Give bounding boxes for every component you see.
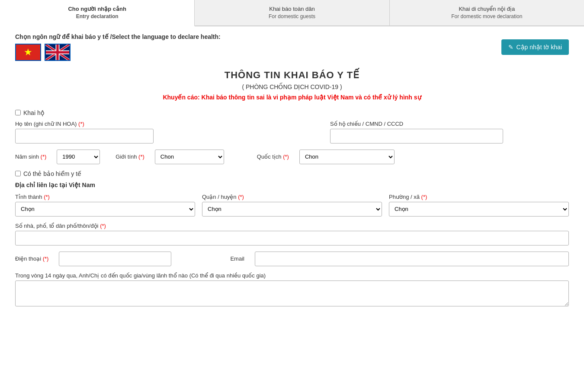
form-subtitle: ( PHÒNG CHỐNG DỊCH COVID-19 ) xyxy=(15,83,569,90)
name-id-row: Họ tên (ghi chữ IN HOA) (*) Số hộ chiếu … xyxy=(15,121,569,143)
tab-entry-label: Cho người nhập cảnh xyxy=(4,5,190,13)
update-icon: ✎ xyxy=(508,44,513,51)
form-title: THÔNG TIN KHAI BÁO Y TẾ xyxy=(15,70,569,81)
province-group: Tỉnh thành (*) Chọn xyxy=(15,194,195,217)
travel-group: Trong vòng 14 ngày qua, Anh/Chị có đến q… xyxy=(15,272,569,306)
tab-domestic-sublabel: For domestic guests xyxy=(199,13,385,20)
tab-domestic-label: Khai báo toàn dân xyxy=(199,5,385,13)
lang-label: Chọn ngôn ngữ để khai báo y tế /Select t… xyxy=(15,33,221,40)
street-input[interactable] xyxy=(15,231,569,245)
lang-row: Chọn ngôn ngữ để khai báo y tế /Select t… xyxy=(15,33,569,61)
full-name-group: Họ tên (ghi chữ IN HOA) (*) xyxy=(15,121,254,143)
tab-domestic[interactable]: Khai báo toàn dân For domestic guests xyxy=(195,0,389,25)
birth-gender-nationality-row: Năm sinh (*) 1990 Giới tính (*) Chon Quố… xyxy=(15,150,569,164)
province-select[interactable]: Chọn xyxy=(15,202,195,217)
tab-entry[interactable]: Cho người nhập cảnh Entry declaration xyxy=(0,0,195,26)
tab-move-label: Khai di chuyển nội địa xyxy=(394,5,580,13)
id-input[interactable] xyxy=(330,129,503,143)
id-group: Số hộ chiếu / CMND / CCCD xyxy=(330,121,569,143)
phone-input[interactable] xyxy=(59,252,171,266)
travel-label: Trong vòng 14 ngày qua, Anh/Chị có đến q… xyxy=(15,272,569,279)
birth-year-select[interactable]: 1990 xyxy=(57,150,100,164)
khai-ho-row: Khai hộ xyxy=(15,109,569,116)
phone-email-row: Điện thoại (*) Email xyxy=(15,252,569,266)
street-group: Số nhà, phố, tổ dân phố/thôn/đội (*) xyxy=(15,223,569,245)
full-name-input[interactable] xyxy=(15,129,154,143)
address-dropdowns-row: Tỉnh thành (*) Chọn Quận / huyện (*) Chọ… xyxy=(15,194,569,217)
nationality-label: Quốc tịch (*) xyxy=(257,153,292,160)
street-label: Số nhà, phố, tổ dân phố/thôn/đội (*) xyxy=(15,223,569,229)
ward-select[interactable]: Chọn xyxy=(389,202,569,217)
full-name-label: Họ tên (ghi chữ IN HOA) (*) xyxy=(15,121,254,127)
district-select[interactable]: Chọn xyxy=(202,202,382,217)
address-section-title: Địa chỉ liên lạc tại Việt Nam xyxy=(15,182,569,188)
tab-move-sublabel: For domestic move declaration xyxy=(394,13,580,20)
email-input[interactable] xyxy=(255,252,569,266)
update-btn-label: Cập nhật tờ khai xyxy=(516,44,562,51)
gender-label: Giới tính (*) xyxy=(116,153,148,160)
insurance-checkbox[interactable] xyxy=(15,171,21,176)
tab-bar: Cho người nhập cảnh Entry declaration Kh… xyxy=(0,0,584,26)
email-label: Email xyxy=(230,255,248,262)
khai-ho-label[interactable]: Khai hộ xyxy=(23,109,45,116)
svg-rect-8 xyxy=(56,45,58,60)
gender-select[interactable]: Chon xyxy=(155,150,224,164)
tab-move[interactable]: Khai di chuyển nội địa For domestic move… xyxy=(390,0,584,25)
khai-ho-checkbox[interactable] xyxy=(15,110,21,115)
birth-year-label: Năm sinh (*) xyxy=(15,153,50,160)
flag-vn-button[interactable] xyxy=(15,44,41,61)
main-content: Chọn ngôn ngữ để khai báo y tế /Select t… xyxy=(6,26,578,319)
form-warning: Khuyến cáo: Khai báo thông tin sai là vi… xyxy=(15,94,569,101)
form-title-section: THÔNG TIN KHAI BÁO Y TẾ xyxy=(15,70,569,81)
nationality-select[interactable]: Chon xyxy=(299,150,395,164)
district-group: Quận / huyện (*) Chọn xyxy=(202,194,382,217)
travel-textarea[interactable] xyxy=(15,280,569,306)
insurance-label[interactable]: Có thẻ bảo hiểm y tế xyxy=(23,170,81,177)
id-label: Số hộ chiếu / CMND / CCCD xyxy=(330,121,569,127)
ward-group: Phường / xã (*) Chọn xyxy=(389,194,569,217)
district-label: Quận / huyện (*) xyxy=(202,194,382,200)
insurance-row: Có thẻ bảo hiểm y tế xyxy=(15,170,569,177)
tab-entry-sublabel: Entry declaration xyxy=(4,13,190,20)
lang-section: Chọn ngôn ngữ để khai báo y tế /Select t… xyxy=(15,33,221,61)
update-declaration-button[interactable]: ✎ Cập nhật tờ khai xyxy=(501,39,569,55)
ward-label: Phường / xã (*) xyxy=(389,194,569,200)
phone-label: Điện thoại (*) xyxy=(15,255,52,262)
lang-flags xyxy=(15,44,221,61)
province-label: Tỉnh thành (*) xyxy=(15,194,195,200)
flag-uk-button[interactable] xyxy=(45,44,71,61)
